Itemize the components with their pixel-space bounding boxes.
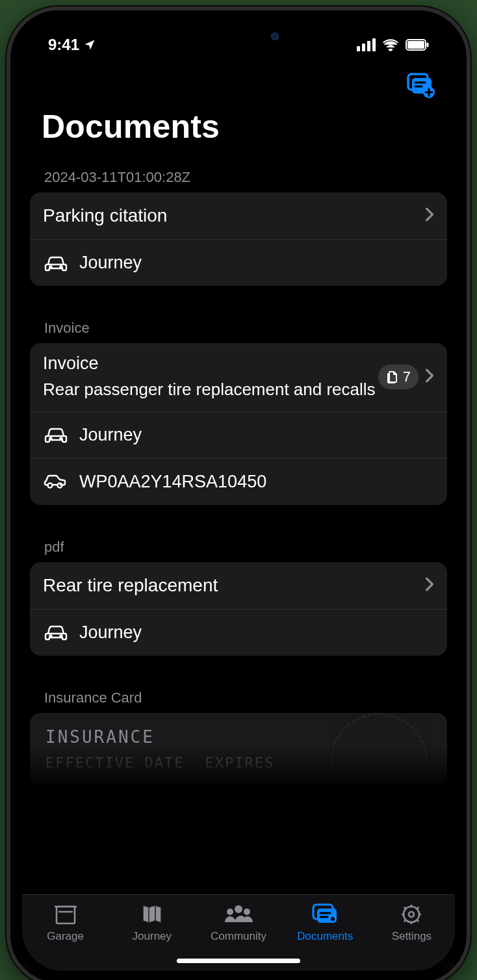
document-row[interactable]: Parking citation xyxy=(30,192,447,239)
document-title: Parking citation xyxy=(43,205,167,226)
svg-rect-18 xyxy=(57,907,75,923)
document-title: Rear tire replacement xyxy=(43,575,218,596)
svg-point-20 xyxy=(235,905,242,913)
car-front-icon xyxy=(43,623,79,642)
tab-label: Settings xyxy=(392,930,432,943)
content-scroll[interactable]: 2024-03-11T01:00:28Z Parking citation Jo… xyxy=(22,161,455,894)
svg-point-21 xyxy=(227,909,233,915)
screen: 9:41 xyxy=(22,22,455,971)
chevron-right-icon xyxy=(425,575,434,596)
document-vehicle-row[interactable]: Journey xyxy=(30,239,447,286)
tab-documents[interactable]: Documents xyxy=(282,903,368,943)
page-title: Documents xyxy=(22,103,455,161)
document-title: Invoice xyxy=(43,354,378,374)
svg-point-15 xyxy=(58,484,62,488)
car-front-icon xyxy=(43,425,79,445)
wifi-icon xyxy=(382,38,399,51)
document-card: Rear tire replacement Journey xyxy=(30,562,447,656)
svg-point-12 xyxy=(50,438,52,440)
document-row[interactable]: Rear tire replacement xyxy=(30,562,447,609)
document-vin-row[interactable]: WP0AA2Y14RSA10450 xyxy=(30,458,447,505)
document-body: Invoice Rear passenger tire replacement … xyxy=(43,354,378,401)
svg-point-29 xyxy=(409,912,414,917)
tab-community[interactable]: Community xyxy=(195,903,281,943)
battery-icon xyxy=(406,39,429,51)
document-vehicle-row[interactable]: Journey xyxy=(30,609,447,656)
tab-label: Community xyxy=(211,930,266,943)
svg-point-11 xyxy=(60,266,62,268)
svg-point-22 xyxy=(244,909,250,915)
tab-garage[interactable]: Garage xyxy=(22,903,109,943)
document-card: Parking citation Journey xyxy=(30,192,447,286)
status-right xyxy=(357,38,429,51)
attachment-count-badge: 7 xyxy=(378,365,419,389)
insurance-card-preview[interactable]: INSURANCE EFFECTIVE DATE EXPIRES xyxy=(30,713,447,784)
svg-rect-24 xyxy=(317,909,337,923)
location-services-icon xyxy=(83,38,96,51)
phone-frame: 9:41 xyxy=(6,6,471,980)
svg-point-16 xyxy=(50,636,52,638)
fade-overlay xyxy=(30,745,447,784)
vehicle-vin: WP0AA2Y14RSA10450 xyxy=(79,472,266,492)
svg-point-17 xyxy=(60,636,62,638)
section-label: pdf xyxy=(30,531,447,562)
cellular-signal-icon xyxy=(357,38,376,51)
document-row[interactable]: Invoice Rear passenger tire replacement … xyxy=(30,343,447,411)
vehicle-name: Journey xyxy=(79,623,142,643)
document-vehicle-row[interactable]: Journey xyxy=(30,411,447,458)
add-document-button[interactable] xyxy=(406,73,435,99)
svg-rect-2 xyxy=(427,43,429,47)
tab-settings[interactable]: Settings xyxy=(368,903,455,943)
status-time: 9:41 xyxy=(48,36,79,54)
svg-rect-1 xyxy=(407,41,424,49)
section-label: Invoice xyxy=(30,312,447,343)
svg-point-27 xyxy=(331,917,335,921)
tab-journey[interactable]: Journey xyxy=(109,903,195,943)
home-indicator[interactable] xyxy=(177,959,300,963)
tab-label: Documents xyxy=(297,930,353,943)
document-card: Invoice Rear passenger tire replacement … xyxy=(30,343,447,505)
status-left: 9:41 xyxy=(48,36,96,54)
section-label: 2024-03-11T01:00:28Z xyxy=(30,161,447,192)
nav-actions xyxy=(22,68,455,103)
tab-label: Journey xyxy=(133,930,172,943)
document-description: Rear passenger tire replacement and reca… xyxy=(43,379,378,401)
car-front-icon xyxy=(43,253,79,273)
attachment-count: 7 xyxy=(403,368,411,385)
vehicle-name: Journey xyxy=(79,425,142,445)
chevron-right-icon xyxy=(425,205,434,226)
chevron-right-icon xyxy=(425,367,434,387)
svg-point-10 xyxy=(50,266,52,268)
vehicle-name: Journey xyxy=(79,253,142,273)
car-side-icon xyxy=(43,472,79,491)
dynamic-island xyxy=(184,22,293,51)
tab-label: Garage xyxy=(47,930,84,943)
svg-point-14 xyxy=(48,484,53,488)
svg-point-13 xyxy=(60,438,62,440)
section-label: Insurance Card xyxy=(30,682,447,713)
